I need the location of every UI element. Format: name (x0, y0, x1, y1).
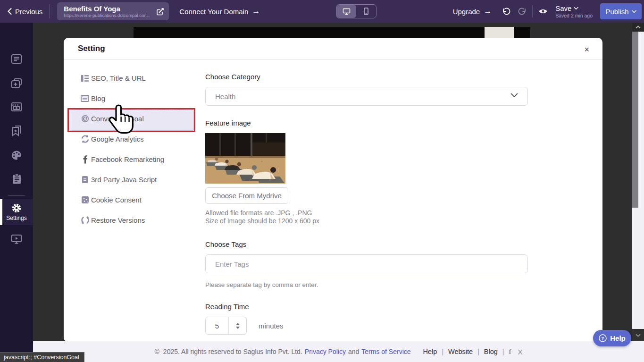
modal-header: Setting × (64, 38, 602, 60)
category-select[interactable]: Health (205, 87, 528, 106)
image-size-hint: Size of Image should be 1200 x 600 px (205, 217, 528, 225)
clipboard-icon (12, 173, 22, 185)
facebook-icon (81, 155, 89, 164)
connect-domain-label: Connect Your Domain (179, 8, 248, 16)
footer-separator: | (502, 348, 504, 355)
sidebar-item-settings[interactable]: Settings (0, 199, 33, 225)
bookmark-star-icon (11, 125, 22, 136)
footer-website-link[interactable]: Website (448, 348, 473, 355)
editor-sidebar: Settings (0, 23, 33, 362)
undo-icon (502, 8, 511, 16)
copyright-text: 2025. All rights reserved to Saglus Info… (163, 348, 302, 355)
chevron-down-icon (632, 10, 636, 13)
nav-item-facebook-remarketing[interactable]: Facebook Remarketing (64, 149, 201, 169)
nav-item-blog[interactable]: Blog (64, 88, 201, 109)
terms-of-service-link[interactable]: Terms of Service (361, 348, 410, 355)
page-title: Benefits Of Yoga (64, 5, 156, 13)
google-analytics-icon (81, 135, 89, 143)
page-scrollbar[interactable] (632, 23, 644, 341)
mobile-icon (364, 8, 368, 15)
nav-item-cookie-consent[interactable]: Cookie Consent (64, 190, 201, 210)
sidebar-item-add-section[interactable] (0, 97, 33, 116)
desktop-icon (343, 8, 351, 15)
nav-item-seo[interactable]: SEO, Title & URL (64, 68, 201, 88)
conversion-goal-icon: $ (81, 115, 89, 123)
page-tab[interactable]: Benefits Of Yoga https://serene-publicat… (57, 2, 169, 20)
nav-item-restore-versions[interactable]: Restore Versions (64, 210, 201, 230)
footer-help-link[interactable]: Help (423, 348, 437, 355)
tags-input[interactable] (205, 254, 528, 273)
feature-image-thumbnail[interactable] (205, 133, 285, 184)
topbar-divider (532, 5, 533, 17)
edit-page-icon[interactable] (156, 8, 164, 16)
choose-from-mydrive-button[interactable]: Choose From Mydrive (205, 187, 288, 204)
gear-icon (11, 203, 22, 213)
sidebar-divider (8, 195, 25, 196)
redo-button[interactable] (518, 8, 527, 16)
nav-label-seo: SEO, Title & URL (91, 74, 146, 82)
scroll-down-button[interactable] (632, 329, 644, 341)
sidebar-item-design[interactable] (0, 146, 33, 165)
nav-item-conversion-goal[interactable]: $ Conversion Goal (64, 109, 201, 129)
stepper-up-icon[interactable] (236, 323, 240, 325)
nav-label-facebook-remarketing: Facebook Remarketing (91, 155, 164, 163)
save-button[interactable]: Save Saved 2 min ago (555, 4, 593, 18)
reading-time-unit: minutes (259, 322, 284, 330)
file-format-hint: Allowed file formats are .JPG , .PNG (205, 209, 528, 217)
save-label: Save (555, 4, 571, 12)
nav-item-3rd-party-js[interactable]: 3rd Party Java Script (64, 169, 201, 190)
eye-icon (538, 8, 548, 15)
nav-label-restore-versions: Restore Versions (91, 216, 145, 224)
blog-icon (81, 94, 89, 103)
script-file-icon (81, 176, 89, 184)
feature-image-label: Feature image (205, 119, 528, 127)
help-button[interactable]: ? Help (593, 330, 631, 346)
page-url: https://serene-publications.dotcompal.co… (64, 13, 151, 18)
page-footer: © 2025. All rights reserved to Saglus In… (33, 341, 644, 362)
stepper-down-icon[interactable] (236, 327, 240, 329)
preview-button[interactable] (538, 8, 548, 15)
footer-blog-link[interactable]: Blog (484, 348, 498, 355)
undo-button[interactable] (502, 8, 511, 16)
connect-domain-link[interactable]: Connect Your Domain → (179, 7, 260, 16)
sidebar-item-add-page[interactable] (0, 74, 33, 93)
privacy-policy-link[interactable]: Privacy Policy (305, 348, 346, 355)
sidebar-item-tutorials[interactable] (0, 229, 33, 248)
close-icon[interactable]: × (582, 43, 591, 57)
facebook-icon[interactable]: f (509, 348, 511, 356)
desktop-view-toggle[interactable] (336, 5, 356, 18)
editor-topbar: Previous Benefits Of Yoga https://serene… (0, 0, 644, 23)
footer-separator: | (442, 348, 443, 355)
palette-icon (11, 150, 22, 160)
arrow-right-icon: → (484, 7, 492, 16)
nav-label-blog: Blog (91, 94, 105, 102)
redo-icon (518, 8, 527, 16)
sidebar-item-pages[interactable] (0, 50, 33, 68)
chevron-down-icon (574, 7, 578, 10)
reading-time-input[interactable] (206, 322, 228, 330)
sidebar-item-bookmarks[interactable] (0, 121, 33, 140)
svg-text:$: $ (84, 117, 86, 121)
publish-button[interactable]: Publish (600, 3, 642, 19)
conjunction-text: and (348, 348, 359, 355)
category-label: Choose Category (205, 73, 528, 81)
x-twitter-icon[interactable]: X (518, 348, 522, 356)
add-page-icon (11, 78, 22, 89)
scrollbar-thumb[interactable] (632, 32, 638, 208)
arrow-right-icon: → (252, 7, 260, 16)
scroll-up-button[interactable] (632, 23, 644, 32)
tags-hint: Please separate tag by comma or enter. (205, 281, 528, 289)
chevron-left-icon (8, 8, 12, 15)
upgrade-link[interactable]: Upgrade → (453, 7, 492, 16)
chevron-down-icon (636, 334, 641, 337)
nav-item-google-analytics[interactable]: Google Analytics (64, 129, 201, 149)
nav-label-conversion-goal: Conversion Goal (91, 115, 144, 123)
link-status-bar: javascript:; #ConversionGoal (0, 352, 84, 362)
reading-time-label: Reading Time (205, 303, 528, 311)
nav-label-3rd-party-js: 3rd Party Java Script (91, 176, 157, 184)
mobile-view-toggle[interactable] (356, 5, 376, 18)
previous-button[interactable]: Previous (8, 8, 42, 16)
sidebar-item-forms[interactable] (0, 169, 33, 188)
dimmed-page-hero-image (134, 27, 530, 39)
blog-settings-panel: Choose Category Health Feature image (205, 60, 528, 335)
